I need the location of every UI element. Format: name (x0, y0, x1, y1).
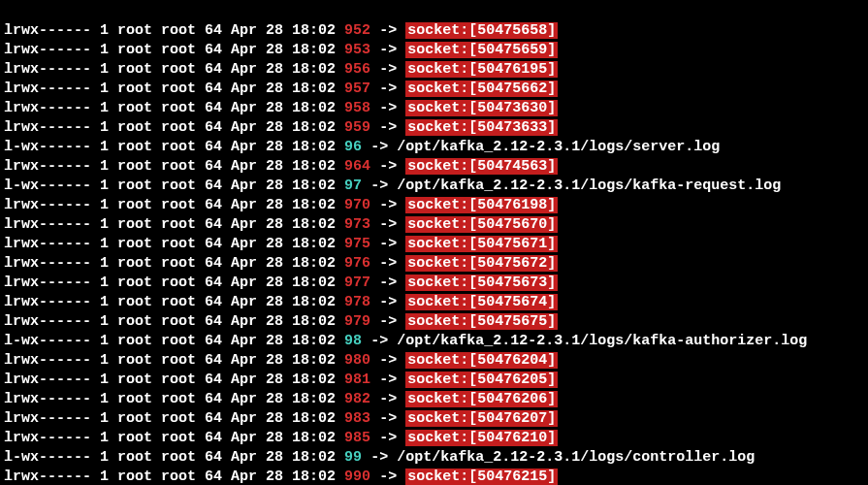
group: root (161, 22, 205, 39)
fd-number: 970 (344, 197, 370, 213)
group: root (161, 391, 205, 407)
permissions: lrwx------ (4, 313, 91, 330)
file-target: /opt/kafka_2.12-2.3.1/logs/controller.lo… (397, 449, 755, 466)
group: root (161, 197, 205, 213)
date: Apr 28 (231, 81, 292, 97)
ls-row: lrwx------ 1 root root 64 Apr 28 18:02 9… (4, 99, 864, 118)
permissions: lrwx------ (4, 294, 91, 310)
size: 64 (205, 216, 231, 233)
group: root (161, 352, 205, 369)
fd-number: 99 (344, 449, 362, 466)
date: Apr 28 (231, 100, 292, 116)
link-count: 1 (91, 430, 117, 446)
socket-target: socket:[50476207] (405, 410, 558, 427)
size: 64 (205, 430, 231, 446)
ls-row: lrwx------ 1 root root 64 Apr 28 18:02 9… (4, 196, 864, 215)
date: Apr 28 (231, 61, 292, 78)
permissions: l-wx------ (4, 139, 91, 155)
date: Apr 28 (231, 119, 292, 136)
owner: root (117, 158, 161, 175)
date: Apr 28 (231, 449, 292, 466)
ls-row: lrwx------ 1 root root 64 Apr 28 18:02 9… (4, 371, 864, 390)
fd-number: 953 (344, 42, 370, 58)
ls-row: lrwx------ 1 root root 64 Apr 28 18:02 9… (4, 215, 864, 235)
owner: root (117, 255, 161, 272)
socket-target: socket:[50476195] (405, 61, 558, 78)
fd-number: 985 (344, 430, 370, 446)
time: 18:02 (292, 139, 344, 155)
arrow: -> (370, 42, 405, 58)
link-count: 1 (91, 139, 117, 155)
permissions: lrwx------ (4, 42, 91, 58)
socket-target: socket:[50473630] (405, 100, 558, 116)
link-count: 1 (91, 294, 117, 310)
time: 18:02 (292, 158, 344, 175)
time: 18:02 (292, 275, 344, 291)
terminal-output: lrwx------ 1 root root 64 Apr 28 18:02 9… (4, 21, 864, 485)
time: 18:02 (292, 42, 344, 58)
date: Apr 28 (231, 178, 292, 194)
arrow: -> (362, 449, 397, 466)
owner: root (117, 275, 161, 291)
date: Apr 28 (231, 22, 292, 39)
fd-number: 977 (344, 275, 370, 291)
ls-row: lrwx------ 1 root root 64 Apr 28 18:02 9… (4, 60, 864, 80)
arrow: -> (370, 61, 405, 78)
group: root (161, 100, 205, 116)
size: 64 (205, 236, 231, 252)
permissions: lrwx------ (4, 255, 91, 272)
owner: root (117, 178, 161, 194)
time: 18:02 (292, 469, 344, 485)
fd-number: 964 (344, 158, 370, 175)
socket-target: socket:[50475674] (405, 294, 558, 310)
permissions: l-wx------ (4, 178, 91, 194)
permissions: lrwx------ (4, 158, 91, 175)
arrow: -> (370, 236, 405, 252)
arrow: -> (370, 391, 405, 407)
arrow: -> (370, 275, 405, 291)
ls-row: lrwx------ 1 root root 64 Apr 28 18:02 9… (4, 235, 864, 254)
permissions: lrwx------ (4, 197, 91, 213)
time: 18:02 (292, 119, 344, 136)
permissions: lrwx------ (4, 352, 91, 369)
owner: root (117, 449, 161, 466)
date: Apr 28 (231, 469, 292, 485)
owner: root (117, 236, 161, 252)
date: Apr 28 (231, 352, 292, 369)
date: Apr 28 (231, 410, 292, 427)
date: Apr 28 (231, 313, 292, 330)
arrow: -> (370, 430, 405, 446)
fd-number: 96 (344, 139, 362, 155)
group: root (161, 294, 205, 310)
permissions: lrwx------ (4, 119, 91, 136)
fd-number: 958 (344, 100, 370, 116)
ls-row: lrwx------ 1 root root 64 Apr 28 18:02 9… (4, 312, 864, 332)
link-count: 1 (91, 255, 117, 272)
date: Apr 28 (231, 372, 292, 388)
owner: root (117, 352, 161, 369)
owner: root (117, 42, 161, 58)
permissions: lrwx------ (4, 430, 91, 446)
ls-row: lrwx------ 1 root root 64 Apr 28 18:02 9… (4, 118, 864, 138)
arrow: -> (370, 158, 405, 175)
fd-number: 973 (344, 216, 370, 233)
group: root (161, 275, 205, 291)
fd-number: 956 (344, 61, 370, 78)
owner: root (117, 410, 161, 427)
ls-row: lrwx------ 1 root root 64 Apr 28 18:02 9… (4, 409, 864, 429)
permissions: lrwx------ (4, 469, 91, 485)
arrow: -> (362, 333, 397, 349)
size: 64 (205, 449, 231, 466)
socket-target: socket:[50476198] (405, 197, 558, 213)
size: 64 (205, 294, 231, 310)
socket-target: socket:[50475675] (405, 313, 558, 330)
owner: root (117, 100, 161, 116)
size: 64 (205, 410, 231, 427)
size: 64 (205, 255, 231, 272)
time: 18:02 (292, 333, 344, 349)
fd-number: 98 (344, 333, 362, 349)
size: 64 (205, 81, 231, 97)
link-count: 1 (91, 469, 117, 485)
ls-row: lrwx------ 1 root root 64 Apr 28 18:02 9… (4, 293, 864, 312)
ls-row: l-wx------ 1 root root 64 Apr 28 18:02 9… (4, 448, 864, 468)
